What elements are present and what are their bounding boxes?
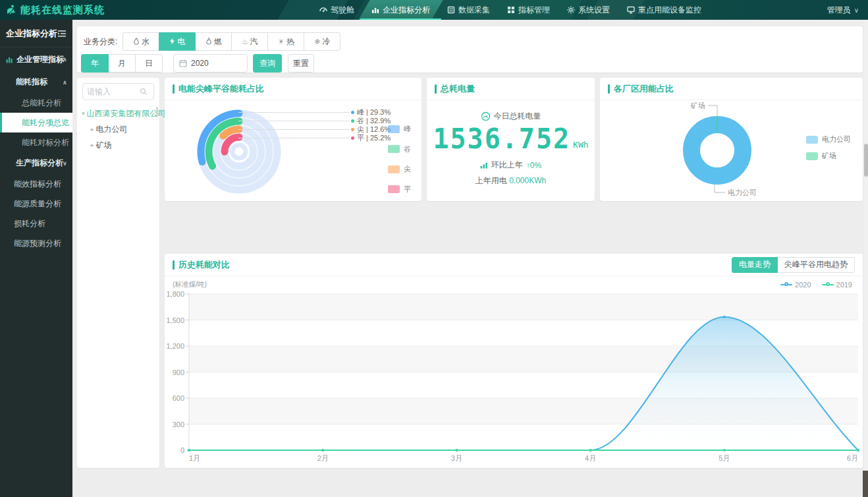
history-line-chart: 03006009001,2001,5001,8001月2月3月4月5月6月 [165,291,863,466]
history-view-toggle: 电量走势 尖峰平谷用电趋势 [732,257,855,273]
sidebar-item-energy-indicators[interactable]: 能耗指标 ∧ [0,71,72,93]
y-axis-unit-label: (标准煤/吨) [173,280,207,289]
sidebar-item-energy-efficiency-analysis[interactable]: 能效指标分析 [0,174,72,194]
top-menu: 驾驶舱 企业指标分析 数据采集 指标管理 系统设置 重点用能设备监控 [311,0,710,20]
page-scrollbar-thumb[interactable] [864,144,868,177]
yoy-label: 环比上年 [491,160,523,171]
tree-node-power-company[interactable]: ▸ 电力公司 [77,121,159,137]
nav-item-system-settings[interactable]: 系统设置 [558,0,618,20]
history-title: 历史耗能对比 [178,259,230,271]
period-tab-group: 年 月 日 [81,54,163,73]
svg-text:5月: 5月 [719,454,730,462]
sidebar-item-total-energy-analysis[interactable]: 总能耗分析 [0,93,72,113]
nav-item-enterprise-analysis[interactable]: 企业指标分析 [363,0,439,20]
legend-item[interactable]: 电力公司 [806,134,851,144]
date-input[interactable] [191,59,237,68]
svg-text:300: 300 [173,421,184,428]
sidebar-item-loss-analysis[interactable]: 损耗分析 [0,214,72,233]
sidebar-item-energy-benchmark-analysis[interactable]: 能耗对标分析 [0,132,72,152]
calendar-icon [179,59,187,67]
electricity-icon [169,38,175,46]
tree-node-root[interactable]: ▾ 山西潞安集团有限公司 [77,105,159,121]
legend-item[interactable]: 平 [388,185,411,194]
nav-item-key-equipment-monitoring[interactable]: 重点用能设备监控 [618,0,710,20]
tree-search-box[interactable] [82,83,154,100]
tree-search-input[interactable] [87,87,140,96]
plant-share-title: 各厂区用能占比 [614,83,674,95]
user-name: 管理员 [827,5,851,16]
period-day-tab[interactable]: 日 [135,54,163,73]
title-bar [173,260,175,270]
title-bar [435,84,437,94]
sidebar-item-energy-breakdown-overview[interactable]: 能耗分项总览 [0,113,72,132]
legend-item-2019[interactable]: 2019 [822,281,852,289]
user-menu[interactable]: 管理员 ∨ [827,0,859,20]
caret-down-icon: ▾ [82,110,85,117]
dashboard-icon [319,6,327,14]
date-picker[interactable] [173,54,248,73]
total-title: 总耗电量 [441,83,475,95]
legend-item-2020[interactable]: 2020 [780,281,811,289]
last-year-label: 上年用电 [475,176,507,185]
svg-text:电力公司: 电力公司 [728,189,757,196]
filter-panel: 业务分类: 水 电 燃 ♨ 汽 ☀ 热 ❄ [77,26,863,73]
peak-valley-title: 电能尖峰平谷能耗占比 [178,83,264,95]
category-button-group: 水 电 燃 ♨ 汽 ☀ 热 ❄ 冷 [122,32,340,51]
sidebar-item-production-indicator-analysis[interactable]: 生产指标分析 ∨ [0,152,72,174]
legend-item[interactable]: 峰 [388,124,411,134]
bar-chart-icon [371,6,379,14]
sidebar-item-energy-quality-analysis[interactable]: 能源质量分析 [0,194,72,214]
total-consumption-card: 总耗电量 今日总耗电量 1536.752 KWh 环比上年 ↑0% 上年用电 0… [427,78,595,201]
org-tree-panel: ▾ 山西潞安集团有限公司 ▸ 电力公司 ▸ 矿场 [77,78,159,468]
today-kwh-value: 1536.752 [433,123,570,154]
rose-chart-legend: 峰谷尖平 [388,124,411,194]
svg-text:矿场: 矿场 [690,102,705,109]
tree-node-mine[interactable]: ▸ 矿场 [77,137,159,153]
legend-item[interactable]: 谷 [388,144,411,154]
cold-icon: ❄ [314,38,320,45]
gauge-icon [481,111,491,121]
bottom-right-widget[interactable] [863,471,868,497]
tree-scrollbar-thumb[interactable] [156,107,158,117]
arc-label: 平 | 25.2% [238,134,404,142]
monitor-icon [627,6,635,14]
svg-text:600: 600 [173,394,184,402]
query-button[interactable]: 查询 [253,54,282,73]
sidebar-item-energy-forecast-analysis[interactable]: 能源预测分析 [0,233,72,253]
legend-item[interactable]: 矿场 [806,151,851,161]
collapse-menu-icon[interactable] [57,30,67,38]
category-electricity-button[interactable]: 电 [159,32,196,51]
heat-icon: ☀ [278,38,285,45]
nav-item-data-collection[interactable]: 数据采集 [439,0,499,20]
category-steam-button[interactable]: ♨ 汽 [231,32,268,51]
legend-item[interactable]: 尖 [388,164,411,174]
mini-bar-chart-icon [6,56,13,63]
category-water-button[interactable]: 水 [122,32,159,51]
sidebar-item-enterprise-mgmt-indicators[interactable]: 企业管理指标 ∧ [0,47,72,71]
category-heat-button[interactable]: ☀ 热 [267,32,304,51]
svg-text:1月: 1月 [189,454,200,462]
chevron-up-icon: ∧ [63,56,67,63]
sidebar: 企业指标分析 企业管理指标 ∧ 能耗指标 ∧ 总能耗分析 能耗分项总览 能耗对标… [0,20,72,497]
svg-text:3月: 3月 [451,454,462,462]
category-label: 业务分类: [84,36,117,47]
gear-icon [567,6,575,14]
category-cold-button[interactable]: ❄ 冷 [304,32,340,51]
app-title: 能耗在线监测系统 [20,4,105,16]
tab-peak-valley-trend[interactable]: 尖峰平谷用电趋势 [777,257,855,273]
nav-item-cockpit[interactable]: 驾驶舱 [311,0,363,20]
chevron-down-icon: ∨ [854,7,859,14]
logo-icon [5,4,17,16]
nav-item-indicator-management[interactable]: 指标管理 [499,0,558,20]
reset-button[interactable]: 重置 [288,54,314,73]
yoy-value: ↑0% [526,161,541,170]
period-month-tab[interactable]: 月 [108,54,136,73]
period-year-tab[interactable]: 年 [81,54,109,73]
page-scrollbar-track[interactable] [864,20,868,497]
svg-text:6月: 6月 [847,454,858,462]
tab-electricity-trend[interactable]: 电量走势 [732,257,778,273]
chevron-up-icon: ∧ [63,79,67,86]
category-fuel-button[interactable]: 燃 [195,32,232,51]
search-icon [140,88,148,96]
line-chart-legend: 20202019 [780,281,852,289]
